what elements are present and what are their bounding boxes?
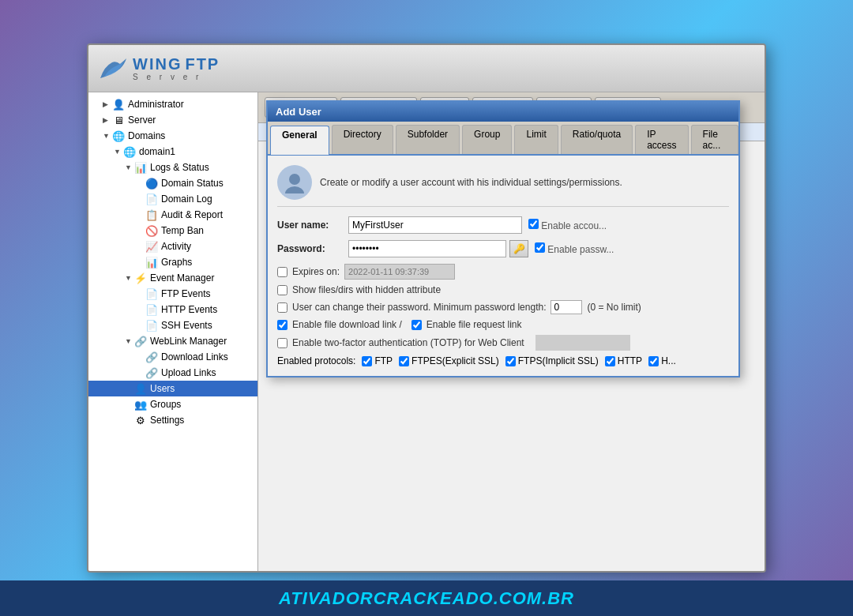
request-link-checkbox[interactable] — [411, 320, 422, 330]
tab-general[interactable]: General — [270, 126, 329, 155]
sidebar-item-ssh-events[interactable]: ▶ 📄 SSH Events — [88, 317, 257, 333]
sidebar-item-settings[interactable]: ▶ ⚙ Settings — [88, 412, 257, 428]
ftpes-label: FTPES(Explicit SSL) — [411, 355, 499, 366]
sidebar-label-event-manager: Event Manager — [150, 272, 214, 284]
sidebar-item-audit-report[interactable]: ▶ 📋 Audit & Report — [88, 207, 257, 223]
sidebar-label-server: Server — [128, 115, 156, 126]
sidebar-label-settings: Settings — [150, 415, 184, 426]
sidebar-item-domain-log[interactable]: ▶ 📄 Domain Log — [88, 191, 257, 207]
sidebar-item-temp-ban[interactable]: ▶ 🚫 Temp Ban — [88, 223, 257, 239]
arrow-icon: ▼ — [114, 148, 123, 156]
ftpes-checkbox[interactable] — [399, 356, 409, 366]
dialog-overlay: Add User General Directory Subfolder — [258, 92, 765, 571]
enable-account-checkbox[interactable] — [528, 219, 539, 229]
tab-group[interactable]: Group — [462, 125, 512, 154]
generate-password-button[interactable]: 🔑 — [509, 240, 528, 257]
password-row: Password: 🔑 Enable passw... — [277, 240, 729, 257]
sidebar-label-domain1: domain1 — [139, 146, 175, 157]
sidebar-label-graphs: Graphs — [161, 257, 192, 268]
sidebar-item-server[interactable]: ▶ 🖥 Server — [88, 112, 257, 128]
http-checkbox[interactable] — [605, 356, 615, 366]
tab-ratio-quota[interactable]: Ratio/quota — [561, 125, 633, 154]
ftp-events-icon: 📄 — [145, 287, 158, 300]
change-password-checkbox[interactable] — [277, 302, 287, 313]
expires-checkbox[interactable] — [277, 267, 287, 277]
sidebar-item-download-links[interactable]: ▶ 🔗 Download Links — [88, 349, 257, 365]
domain-status-icon: 🔵 — [145, 177, 158, 190]
download-link-checkbox[interactable] — [277, 320, 287, 330]
sidebar-item-domain1[interactable]: ▼ 🌐 domain1 — [88, 144, 257, 160]
administrator-icon: 👤 — [112, 98, 125, 111]
enable-account-text: Enable accou... — [528, 219, 607, 231]
sidebar-item-administrator[interactable]: ▶ 👤 Administrator — [88, 96, 257, 112]
graphs-icon: 📊 — [145, 256, 158, 269]
enable-password-checkbox[interactable] — [535, 242, 545, 253]
totp-row: Enable two-factor authentication (TOTP) … — [277, 335, 729, 351]
arrow-icon: ▶ — [103, 100, 112, 108]
password-input-group: 🔑 — [348, 240, 528, 257]
sidebar-label-temp-ban: Temp Ban — [161, 225, 204, 236]
http-label: HTTP — [618, 355, 642, 366]
protocol-h-more: H... — [648, 355, 676, 366]
settings-icon: ⚙ — [134, 414, 147, 426]
sidebar-item-activity[interactable]: ▶ 📈 Activity — [88, 239, 257, 254]
ftp-label: FTP — [374, 355, 393, 366]
sidebar-item-ftp-events[interactable]: ▶ 📄 FTP Events — [88, 286, 257, 302]
sidebar-item-event-manager[interactable]: ▼ ⚡ Event Manager — [88, 270, 257, 286]
logo-area: WING FTP S e r v e r — [96, 54, 220, 82]
min-password-length-input[interactable] — [551, 300, 582, 314]
sidebar-item-users[interactable]: ▶ 👤 Users — [88, 381, 257, 396]
logs-icon: 📊 — [134, 161, 147, 174]
expires-input[interactable] — [344, 264, 455, 280]
tab-directory[interactable]: Directory — [332, 125, 393, 154]
tab-file-ac[interactable]: File ac... — [691, 125, 738, 154]
expires-label: Expires on: — [292, 266, 340, 277]
main-content: ▶ 👤 Administrator ▶ 🖥 Server ▼ 🌐 Domains… — [88, 92, 765, 571]
activity-icon: 📈 — [145, 240, 158, 253]
sidebar-label-http-events: HTTP Events — [161, 304, 217, 315]
sidebar-label-domain-log: Domain Log — [161, 193, 212, 205]
sidebar-item-logs-status[interactable]: ▼ 📊 Logs & Status — [88, 160, 257, 175]
arrow-icon: ▼ — [125, 163, 134, 171]
protocol-http: HTTP — [605, 355, 642, 366]
sidebar-label-ftp-events: FTP Events — [161, 288, 210, 299]
ftp-checkbox[interactable] — [362, 356, 372, 366]
sidebar-item-groups[interactable]: ▶ 👥 Groups — [88, 396, 257, 412]
sidebar-item-graphs[interactable]: ▶ 📊 Graphs — [88, 254, 257, 270]
password-input[interactable] — [348, 240, 506, 257]
username-input[interactable] — [348, 216, 522, 234]
tab-limit[interactable]: Limit — [514, 125, 558, 154]
event-manager-icon: ⚡ — [134, 272, 147, 284]
server-icon: 🖥 — [112, 114, 125, 126]
users-icon: 👤 — [134, 382, 147, 395]
totp-label: Enable two-factor authentication (TOTP) … — [292, 337, 524, 348]
sidebar-item-domain-status[interactable]: ▶ 🔵 Domain Status — [88, 175, 257, 191]
http-events-icon: 📄 — [145, 303, 158, 316]
tab-bar: General Directory Subfolder Group Limit — [268, 122, 738, 156]
totp-input — [535, 335, 630, 351]
ftps-label: FTPS(Implicit SSL) — [518, 355, 599, 366]
sidebar-item-upload-links[interactable]: ▶ 🔗 Upload Links — [88, 365, 257, 381]
right-panel: + Add User ⚡ Quick Add ✏ Edit ✕ Delete ⧉ — [258, 92, 765, 571]
arrow-icon: ▶ — [103, 116, 112, 124]
sidebar-label-ssh-events: SSH Events — [161, 320, 212, 331]
sidebar-label-administrator: Administrator — [128, 99, 184, 110]
sidebar-item-weblink-manager[interactable]: ▼ 🔗 WebLink Manager — [88, 333, 257, 349]
sidebar-item-domains[interactable]: ▼ 🌐 Domains — [88, 128, 257, 144]
tab-subfolder[interactable]: Subfolder — [396, 125, 460, 154]
sidebar-item-http-events[interactable]: ▶ 📄 HTTP Events — [88, 302, 257, 317]
user-header: Create or modify a user account with his… — [277, 165, 729, 207]
totp-checkbox[interactable] — [277, 338, 287, 348]
username-label: User name: — [277, 220, 348, 231]
ftps-checkbox[interactable] — [505, 356, 516, 366]
sidebar-label-activity: Activity — [161, 241, 191, 252]
svg-point-0 — [289, 174, 300, 185]
sidebar-label-domains: Domains — [128, 130, 165, 141]
request-link-label: Enable file request link — [426, 319, 522, 330]
h-more-checkbox[interactable] — [648, 356, 659, 366]
show-hidden-row: Show files/dirs with hidden attribute — [277, 284, 729, 295]
show-hidden-checkbox[interactable] — [277, 285, 287, 295]
tab-ip-access[interactable]: IP access — [635, 125, 688, 154]
sidebar-label-download-links: Download Links — [161, 351, 228, 362]
logo-wing: WING — [133, 56, 182, 72]
